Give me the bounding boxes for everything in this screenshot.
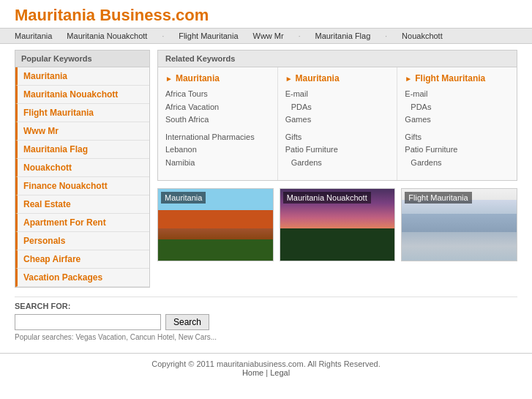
sidebar-item-mauritania[interactable]: Mauritania [15,67,149,86]
related-link-intl-pharmacies[interactable]: International Pharmacies [165,131,270,144]
related-link-namibia[interactable]: Namibia [165,157,270,170]
related-link-pdas-2[interactable]: PDAs [285,101,390,114]
related-group-2-1: E-mail PDAs Games [285,88,390,127]
sidebar-item-airfare[interactable]: Cheap Airfare [15,250,149,269]
nav-item-nouakchott2[interactable]: Nouakchott [402,31,443,40]
related-keywords-columns: ► Mauritania Africa Tours Africa Vacatio… [158,67,517,180]
nav-item-flag[interactable]: Mauritania Flag [315,31,370,40]
search-for-label: SEARCH FOR: [15,302,517,310]
nav-item-www[interactable]: Www Mr [253,31,284,40]
related-keywords-box: Related Keywords ► Mauritania Africa Tou… [157,50,517,181]
search-button[interactable]: Search [165,314,209,330]
nav-item-mauritania[interactable]: Mauritania [15,31,52,40]
related-link-games-2[interactable]: Games [285,113,390,127]
related-group-1-2: International Pharmacies Lebanon Namibia [165,131,270,170]
img-card-mauritania[interactable]: Mauritania [157,188,274,261]
nav-sep-2: · [299,32,301,40]
sidebar-item-finance[interactable]: Finance Nouakchott [15,177,149,195]
related-col-2: ► Mauritania E-mail PDAs Games Gifts Pat… [278,67,398,180]
related-link-gardens-2[interactable]: Gardens [285,157,390,170]
footer-link-home[interactable]: Home [242,368,263,377]
related-col-2-header: ► Mauritania [285,73,390,83]
img-label-nouakchott: Mauritania Nouakchott [283,192,371,204]
img-card-nouakchott[interactable]: Mauritania Nouakchott [280,188,396,261]
related-col-1: ► Mauritania Africa Tours Africa Vacatio… [158,67,278,180]
related-group-3-1: E-mail PDAs Games [405,88,509,127]
sidebar-item-nouakchott2[interactable]: Nouakchott [15,159,149,177]
footer-links: Home | Legal [6,368,526,377]
sidebar-item-flight[interactable]: Flight Mauritania [15,104,149,122]
related-link-gifts-2[interactable]: Gifts [285,131,390,144]
sidebar-item-apartment[interactable]: Apartment For Rent [15,214,149,232]
img-label-flight: Flight Mauritania [405,192,471,204]
related-link-gifts-3[interactable]: Gifts [405,131,509,144]
related-link-patio-2[interactable]: Patio Furniture [285,143,390,157]
nav-sep-3: · [385,32,387,40]
related-col-3-header: ► Flight Mauritania [405,73,509,83]
img-card-flight[interactable]: Flight Mauritania [401,188,517,261]
related-col-1-header: ► Mauritania [165,73,270,83]
footer-copyright: Copyright © 2011 mauritaniabusiness.com.… [6,359,526,368]
related-link-south-africa[interactable]: South Africa [165,113,270,127]
related-col-3: ► Flight Mauritania E-mail PDAs Games Gi… [397,67,517,180]
related-group-3-2: Gifts Patio Furniture Gardens [405,131,509,170]
related-link-pdas-3[interactable]: PDAs [405,101,509,114]
sidebar-item-www[interactable]: Www Mr [15,122,149,141]
search-input[interactable] [15,314,161,330]
sidebar-item-nouakchott[interactable]: Mauritania Nouakchott [15,86,149,104]
arrow-icon-3: ► [405,75,412,83]
img-label-mauritania: Mauritania [161,192,206,204]
sidebar-item-realestate[interactable]: Real Estate [15,195,149,214]
footer: Copyright © 2011 mauritaniabusiness.com.… [0,353,532,383]
related-link-email-3[interactable]: E-mail [405,88,509,101]
related-link-africa-vacation[interactable]: Africa Vacation [165,101,270,114]
nav-item-nouakchott[interactable]: Mauritania Nouakchott [67,31,147,40]
related-group-2-2: Gifts Patio Furniture Gardens [285,131,390,170]
content-area: Related Keywords ► Mauritania Africa Tou… [157,50,517,288]
nav-bar: Mauritania Mauritania Nouakchott · Fligh… [0,28,532,44]
popular-searches: Popular searches: Vegas Vacation, Cancun… [15,333,517,341]
sidebar-item-flag[interactable]: Mauritania Flag [15,141,149,159]
arrow-icon-2: ► [285,75,293,83]
related-title: Related Keywords [158,51,517,67]
related-group-1-1: Africa Tours Africa Vacation South Afric… [165,88,270,127]
related-link-games-3[interactable]: Games [405,113,509,127]
related-link-lebanon[interactable]: Lebanon [165,143,270,157]
images-row: Mauritania Mauritania Nouakchott Flight … [157,188,517,261]
related-link-africa-tours[interactable]: Africa Tours [165,88,270,101]
footer-link-legal[interactable]: Legal [270,368,290,377]
sidebar-item-personals[interactable]: Personals [15,232,149,250]
search-row: Search [15,314,517,330]
site-title: Mauritania Business.com [15,6,517,25]
nav-sep-1: · [162,32,164,40]
sidebar: Popular Keywords Mauritania Mauritania N… [15,50,150,288]
arrow-icon-1: ► [165,75,173,83]
related-link-patio-3[interactable]: Patio Furniture [405,143,509,157]
related-link-gardens-3[interactable]: Gardens [405,157,509,170]
sidebar-title: Popular Keywords [15,51,149,67]
nav-item-flight[interactable]: Flight Mauritania [179,31,238,40]
search-section: SEARCH FOR: Search Popular searches: Veg… [15,297,517,346]
sidebar-item-vacation[interactable]: Vacation Packages [15,269,149,287]
related-link-email-2[interactable]: E-mail [285,88,390,101]
